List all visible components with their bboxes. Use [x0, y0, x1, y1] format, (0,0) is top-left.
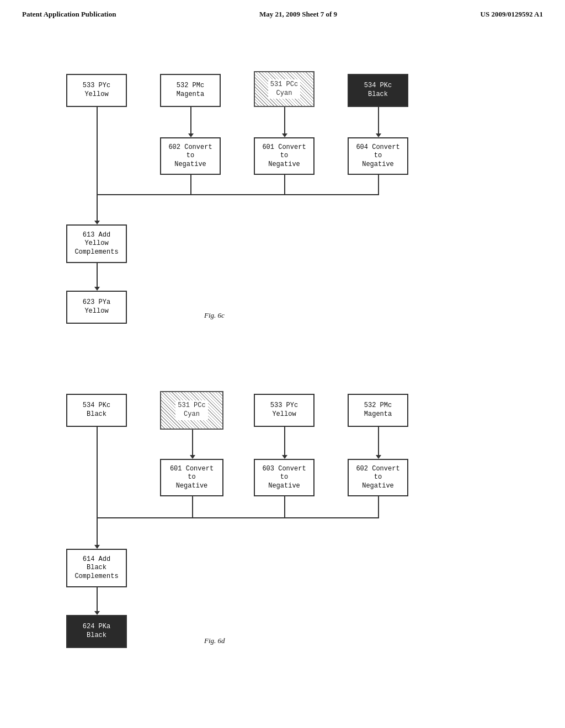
arrow-533-603-6d	[284, 427, 285, 456]
box-531pcc-6d: 531 PCcCyan	[160, 391, 223, 430]
arrow-531-601	[284, 107, 285, 135]
box-534pkc-6c: 534 PKcBlack	[348, 74, 408, 107]
arrowhead-534-604	[376, 133, 381, 137]
line-604-down	[378, 175, 379, 194]
line-602-down	[190, 175, 191, 194]
fig6c-section: 533 PYcYellow 532 PMcMagenta 531 PCcCyan…	[33, 41, 532, 350]
arrow-531-601-6d	[192, 430, 193, 456]
line-601-down	[284, 175, 285, 194]
line-vert-to-614	[97, 517, 98, 546]
fig6d-label: Fig. 6d	[204, 636, 225, 645]
box-624pka-6d: 624 PKaBlack	[66, 615, 127, 648]
box-531pcc-6c: 531 PCcCyan	[254, 71, 315, 107]
arrowhead-614-624	[94, 611, 100, 615]
header-left: Patent Application Publication	[22, 10, 116, 19]
arrowhead-to-614	[94, 545, 100, 549]
box-603-6d: 603 ConverttoNegative	[254, 459, 315, 496]
fig6c-label: Fig. 6c	[204, 311, 225, 320]
box-604-6c: 604 ConverttoNegative	[348, 137, 408, 175]
header-middle: May 21, 2009 Sheet 7 of 9	[259, 10, 337, 19]
header-right: US 2009/0129592 A1	[481, 10, 543, 19]
arrowhead-531-601	[282, 133, 287, 137]
box-532pmc-6c: 532 PMcMagenta	[160, 74, 221, 107]
box-533pyc-6c: 533 PYcYellow	[66, 74, 127, 107]
line-to-613	[97, 194, 98, 222]
diagram-area: 533 PYcYellow 532 PMcMagenta 531 PCcCyan…	[0, 24, 565, 692]
arrowhead-to-613	[94, 221, 100, 224]
box-601-6c: 601 ConverttoNegative	[254, 137, 315, 175]
line-horiz-left-6d	[97, 517, 193, 518]
arrow-532-602-6d	[378, 427, 379, 456]
arrow-613-623	[97, 263, 98, 288]
line-601-down-6d	[192, 496, 193, 517]
line-534-down-6d	[97, 427, 98, 518]
arrowhead-533-603-6d	[282, 455, 287, 459]
arrowhead-531-601-6d	[190, 455, 195, 459]
line-horiz-connect-6c	[190, 194, 379, 195]
arrow-614-624	[97, 587, 98, 612]
arrowhead-532-602-6d	[376, 455, 381, 459]
line-533-down-6c	[97, 107, 98, 195]
box-602-6c: 602 ConverttoNegative	[160, 137, 221, 175]
box-601-6d: 601 ConverttoNegative	[160, 459, 223, 496]
box-533pyc-6d: 533 PYcYellow	[254, 394, 315, 427]
arrow-534-604	[378, 107, 379, 135]
fig6d-section: 534 PKcBlack 531 PCcCyan 533 PYcYellow 5…	[33, 361, 532, 681]
line-horiz-to-613	[97, 194, 191, 195]
arrowhead-613-623	[94, 287, 100, 291]
box-534pkc-6d: 534 PKcBlack	[66, 394, 127, 427]
line-horiz-6d	[192, 517, 379, 518]
box-613-6c: 613 AddYellowComplements	[66, 224, 127, 263]
box-623pya-6c: 623 PYaYellow	[66, 291, 127, 324]
line-602-down-6d	[378, 496, 379, 517]
box-614-6d: 614 AddBlackComplements	[66, 549, 127, 587]
arrowhead-532-602	[188, 133, 194, 137]
page-header: Patent Application Publication May 21, 2…	[0, 0, 565, 24]
line-603-down-6d	[284, 496, 285, 517]
box-532pmc-6d: 532 PMcMagenta	[348, 394, 408, 427]
arrow-532-602	[190, 107, 191, 135]
box-602-6d: 602 ConverttoNegative	[348, 459, 408, 496]
section-divider	[33, 350, 532, 361]
